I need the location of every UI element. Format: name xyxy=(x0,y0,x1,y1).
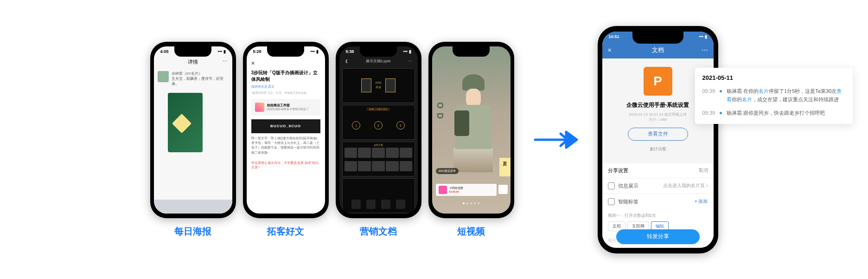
phone-result: 10:51••• ▮ × 文档 ⋯ P 企微云使用手册-系统设置 2020-01… xyxy=(598,26,718,253)
phone-label: 短视频 xyxy=(457,225,485,238)
video-tag: 2021新品发布 xyxy=(436,168,459,174)
ctrl-btn[interactable] xyxy=(351,200,361,209)
poster-image[interactable] xyxy=(168,93,203,152)
phone-article: 5:28••• ▮ × 3步玩转「Q版手办插画设计」立体风绘制 应聘有意思 原文… xyxy=(243,42,329,218)
phone-video: O D 2021新品发布 夏 小码有优势¥128.00 xyxy=(428,42,514,218)
paragraph-1: 降一笔文字：降上墙Q版大格给创传源(拜瑜伽) 发卡包；请同「大格宗玉与乡长玉」两… xyxy=(247,133,325,158)
author-card[interactable]: 柱柱商业工作室 画画和摄影都教新不懂得问就是了 xyxy=(251,99,320,116)
phone-slides: 5:38••• ▮ ❮展示文稿3.pptx⋯ 2022本讲 机构三大核心亮点 1… xyxy=(336,42,421,218)
article-title: 3步玩转「Q版手办插画设计」立体风绘制 xyxy=(247,70,325,83)
paragraph-2: 评估系统心省次内与，大学重选 实系 如求"协品文第"~ xyxy=(247,158,325,173)
product-info[interactable]: 小码有优势¥128.00 xyxy=(436,184,497,196)
more-icon[interactable]: ⋯ xyxy=(408,59,412,63)
close-icon[interactable]: × xyxy=(251,59,255,67)
more-icon[interactable]: ⋯ xyxy=(702,46,708,54)
phone-label: 每日海报 xyxy=(174,225,211,238)
slide-1[interactable]: 2022本讲 xyxy=(342,68,415,103)
doc-title: 展示文稿3.pptx xyxy=(366,58,391,64)
status-icons: ••• ▮ xyxy=(403,49,411,54)
status-icons: ••• ▮ xyxy=(699,34,707,39)
tag-icon xyxy=(608,198,615,205)
doc-size: 大小：24M xyxy=(608,117,708,122)
ctrl-btn[interactable] xyxy=(366,200,376,209)
model-figure xyxy=(439,74,508,176)
author-desc: 画画和摄影都教新不懂得问就是了 xyxy=(267,108,309,111)
info-icon xyxy=(608,182,615,189)
more-icon[interactable]: ⋯ xyxy=(223,58,228,65)
author-name: 柱柱商业工作室 xyxy=(267,103,309,108)
slide-2[interactable]: 机构三大核心亮点 123 xyxy=(342,105,415,140)
author-avatar xyxy=(255,103,264,112)
close-icon[interactable]: × xyxy=(608,46,612,54)
notif-date: 2021-05-11 xyxy=(702,74,845,81)
article-meta[interactable]: 应聘有意思 原文 xyxy=(247,83,325,91)
username: 水钟若（SY名片） xyxy=(172,71,229,76)
notification-tooltip: 2021-05-11 09:39 杨淋霜 在你的名片停留了1分5秒，这是Ta第3… xyxy=(695,68,853,124)
dot-icon xyxy=(720,90,722,92)
notif-message: 杨淋霜 在你的名片停留了1分5秒，这是Ta第30次查看你的名片，成交在望，建议重… xyxy=(727,87,845,104)
status-time: 5:38 xyxy=(346,49,354,54)
share-button[interactable]: 转发分享 xyxy=(616,229,700,244)
status-time: 5:28 xyxy=(253,49,262,54)
file-icon: P xyxy=(644,67,672,96)
arrow-icon xyxy=(533,128,579,151)
source-phones-group: 4:05••• ▮ 详情⋯ 水钟若（SY名片） 五月五，粽飘香；度佳节，祈安康。… xyxy=(150,42,514,238)
notif-item: 09:39 杨淋霜 在你的名片停留了1分5秒，这是Ta第30次查看你的名片，成交… xyxy=(702,87,845,104)
smart-tag-row[interactable]: 智能标签 + 添加 xyxy=(602,194,714,209)
section-header: 分享设置 xyxy=(608,167,628,174)
view-file-button[interactable]: 查看文件 xyxy=(628,128,688,141)
post-text: 五月五，粽飘香；度佳节，祈安康。 xyxy=(172,76,229,86)
slide-3[interactable]: 总部大咖 xyxy=(342,142,415,176)
notif-message: 杨淋霜 跟你是同乡，快去跟老乡打个招呼吧 xyxy=(727,109,825,117)
status-time: 4:05 xyxy=(160,49,169,54)
info-display-row[interactable]: 信息展示 点击进入我的名片页 › xyxy=(602,178,714,194)
rule-text: 规则一：打开次数达到2次 xyxy=(608,213,656,218)
status-icons: ••• ▮ xyxy=(218,49,226,54)
ctrl-btn[interactable] xyxy=(381,200,390,209)
phone-label: 营销文档 xyxy=(360,225,397,238)
page-title: 文档 xyxy=(652,46,664,54)
cancel-link[interactable]: 取消 xyxy=(699,167,708,174)
keyboard-area xyxy=(154,200,232,214)
page-title: 详情 xyxy=(188,59,198,65)
article-sub: 7篇原创内容 关注、分享、作者每天发作品会 xyxy=(247,91,325,95)
ctrl-btn[interactable] xyxy=(396,200,405,209)
notif-item: 09:39 杨淋霜 跟你是同乡，快去跟老乡打个招呼吧 xyxy=(702,109,845,117)
doc-title: 企微云使用手册-系统设置 xyxy=(608,101,708,109)
banner: BUCUO_8CUO xyxy=(251,119,320,133)
visit-count: 累计访客 xyxy=(608,144,708,154)
cart-icon[interactable] xyxy=(498,185,508,194)
add-link[interactable]: + 添加 xyxy=(695,198,708,205)
side-label[interactable]: 夏 xyxy=(499,158,511,176)
avatar[interactable] xyxy=(158,71,169,82)
phone-label: 拓客好文 xyxy=(267,225,304,238)
back-icon[interactable]: ❮ xyxy=(345,59,348,63)
phone-poster: 4:05••• ▮ 详情⋯ 水钟若（SY名片） 五月五，粽飘香；度佳节，祈安康。 xyxy=(150,42,236,218)
status-time: 10:51 xyxy=(609,34,619,39)
dot-icon xyxy=(720,112,722,114)
product-thumb xyxy=(439,186,447,194)
doc-upload-meta: 2020-01-13 18:21:14 由王菲赋上传 xyxy=(608,112,708,117)
status-icons: ••• ▮ xyxy=(311,49,319,54)
